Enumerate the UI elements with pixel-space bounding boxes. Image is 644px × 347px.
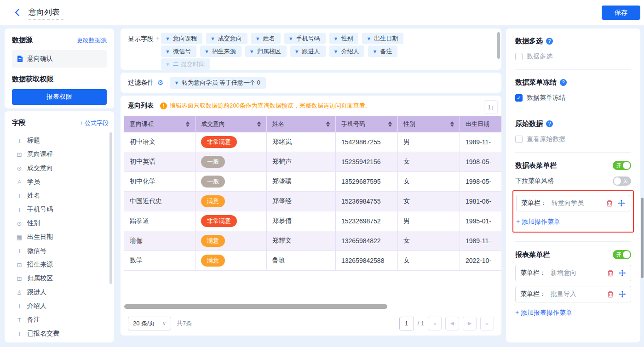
field-item[interactable]: ♙跟进人 bbox=[12, 285, 109, 299]
display-field-tag[interactable]: ▼姓名 bbox=[251, 33, 281, 44]
field-item[interactable]: I姓名 bbox=[12, 189, 109, 203]
chevron-down-icon: ∨ bbox=[162, 320, 166, 326]
raw-data-checkbox[interactable] bbox=[515, 136, 523, 143]
fields-title: 字段 bbox=[12, 119, 26, 127]
move-icon[interactable] bbox=[619, 290, 626, 298]
preview-warning: ! 编辑界面只取数据源前200条作为查询数据预览，完整数据请访问页面查看。 bbox=[160, 102, 371, 110]
trash-icon[interactable] bbox=[607, 269, 614, 277]
display-field-tag[interactable]: ▼招生来源 bbox=[200, 46, 242, 57]
display-fields-scrollbar[interactable] bbox=[497, 32, 500, 59]
person-icon: ♙ bbox=[16, 289, 23, 296]
display-field-tag[interactable]: ▼手机号码 bbox=[284, 33, 326, 44]
report-permission-button[interactable]: 报表权限 bbox=[12, 89, 107, 105]
display-field-tag-label: 手机号码 bbox=[296, 34, 320, 43]
table-row[interactable]: 跆拳道非常满意郑慕倩15232698752男1995-01- bbox=[124, 211, 501, 231]
menu-bar-item[interactable]: 菜单栏：新增意向 bbox=[515, 265, 631, 281]
report-menu-toggle[interactable]: 开 bbox=[613, 250, 631, 259]
field-item[interactable]: ▦出生日期 bbox=[12, 230, 109, 244]
fields-scrollbar[interactable] bbox=[109, 132, 112, 284]
horizontal-scrollbar-thumb[interactable] bbox=[124, 304, 387, 309]
add-field-button[interactable]: + bbox=[156, 35, 160, 42]
field-item-label: 已报名交费 bbox=[27, 330, 59, 338]
raw-data-checkbox-label: 查看原始数据 bbox=[527, 135, 565, 143]
display-field-tag[interactable]: ▼归属校区 bbox=[245, 46, 287, 57]
field-item[interactable]: T备注 bbox=[12, 313, 109, 327]
trash-icon[interactable] bbox=[606, 199, 613, 207]
help-icon[interactable]: ? bbox=[560, 79, 567, 86]
table-row[interactable]: 初中化学一般郑肇骧13529687595女1998-05- bbox=[124, 172, 501, 192]
text-icon: I bbox=[16, 206, 23, 213]
field-item[interactable]: I已报名交费 bbox=[12, 327, 109, 341]
sort-icon[interactable] bbox=[186, 121, 190, 127]
add-report-action-menu-link[interactable]: + 添加报表操作菜单 bbox=[515, 309, 572, 317]
display-field-tag[interactable]: ▼微信号 bbox=[161, 46, 196, 57]
field-item[interactable]: T标题 bbox=[12, 134, 109, 148]
menu-bar-item[interactable]: 菜单栏：转意向学员 bbox=[516, 195, 630, 211]
field-item[interactable]: ⊡招生来源 bbox=[12, 258, 109, 272]
back-icon[interactable] bbox=[13, 8, 22, 17]
formula-field-link[interactable]: + 公式字段 bbox=[80, 119, 109, 127]
field-item[interactable]: ⊡归属校区 bbox=[12, 272, 109, 285]
display-field-tag[interactable]: ▼意向课程 bbox=[161, 33, 202, 44]
table-row[interactable]: 数学满意鲁班132659842588女2022-10- bbox=[124, 251, 501, 271]
multi-select-checkbox-row[interactable]: 数据多选 bbox=[515, 52, 631, 61]
prev-page-button[interactable]: ◀ bbox=[445, 317, 459, 330]
page-number-input[interactable] bbox=[399, 317, 414, 330]
text-icon: I bbox=[16, 248, 23, 255]
field-item[interactable]: ⊙成交意向 bbox=[12, 161, 109, 175]
save-button[interactable]: 保存 bbox=[602, 6, 640, 20]
title-icon: T bbox=[16, 137, 23, 144]
sort-icon[interactable] bbox=[326, 121, 330, 127]
table-menu-toggle[interactable]: 开 bbox=[613, 161, 631, 170]
next-page-button[interactable]: ▶ bbox=[463, 317, 477, 330]
top-bar: 意向列表 保存 bbox=[0, 0, 644, 25]
table-row[interactable]: 初中语文非常满意郑绪岚15429867255男1989-11- bbox=[124, 132, 501, 152]
column-header: 性别 bbox=[398, 116, 460, 132]
field-item[interactable]: I手机号码 bbox=[12, 203, 109, 216]
help-icon[interactable]: ? bbox=[546, 38, 553, 45]
field-item[interactable]: ♙学员 bbox=[12, 175, 109, 189]
display-field-tag[interactable]: ▼成交意向 bbox=[206, 33, 247, 44]
sort-icon[interactable] bbox=[257, 121, 261, 127]
help-icon[interactable]: ? bbox=[546, 120, 553, 127]
field-item-label: 意向课程 bbox=[27, 150, 53, 159]
field-item[interactable]: ⊡意向课程 bbox=[12, 148, 109, 161]
display-field-tag[interactable]: ▼出生日期 bbox=[362, 33, 403, 44]
menu-freeze-checkbox-row[interactable]: ✓ 数据菜单冻结 bbox=[515, 94, 631, 102]
add-action-menu-link[interactable]: + 添加操作菜单 bbox=[516, 218, 560, 226]
display-field-tag[interactable]: ▼性别 bbox=[329, 33, 359, 44]
move-icon[interactable] bbox=[618, 199, 625, 207]
table-row[interactable]: 中国近代史满意郑肇经15236984755女1981-06- bbox=[124, 192, 501, 211]
move-icon[interactable] bbox=[619, 269, 626, 277]
last-page-button[interactable]: » bbox=[480, 317, 494, 330]
sort-icon[interactable] bbox=[450, 121, 454, 127]
display-field-tag[interactable]: ▼介绍人 bbox=[329, 46, 365, 57]
datasource-item[interactable]: 意向确认 bbox=[12, 50, 107, 68]
table-row[interactable]: 瑜伽满意郑耀文13265984822女1989-11- bbox=[124, 231, 501, 251]
field-item[interactable]: I介绍人 bbox=[12, 299, 109, 313]
field-item[interactable]: I微信号 bbox=[12, 244, 109, 258]
trash-icon[interactable] bbox=[607, 290, 614, 298]
display-field-tag[interactable]: ▼跟进人 bbox=[290, 46, 326, 57]
dropdown-style-toggle[interactable]: 关 bbox=[613, 176, 631, 186]
raw-data-checkbox-row[interactable]: 查看原始数据 bbox=[515, 135, 631, 143]
gear-icon[interactable]: ⚙ bbox=[157, 79, 163, 87]
menu-bar-item[interactable]: 菜单栏：批量导入 bbox=[515, 286, 631, 302]
filter-condition-tag[interactable]: ▼ 转为意向学员 等于任意一个 0 bbox=[170, 77, 265, 89]
display-field-tag[interactable]: ▼二提交时间 bbox=[161, 58, 210, 70]
display-field-tag[interactable]: ▼备注 bbox=[368, 46, 397, 57]
table-cell: 13265984822 bbox=[336, 231, 398, 250]
warning-text: 编辑界面只取数据源前200条作为查询数据预览，完整数据请访问页面查看。 bbox=[170, 102, 371, 110]
table-menu-title: 数据表菜单栏 bbox=[515, 161, 557, 170]
change-datasource-link[interactable]: 更改数据源 bbox=[77, 36, 107, 45]
multi-select-checkbox[interactable] bbox=[515, 53, 523, 60]
chevron-down-icon: ▼ bbox=[366, 36, 371, 41]
sort-icon[interactable] bbox=[388, 121, 392, 127]
field-item[interactable]: ⊙性别 bbox=[12, 216, 109, 230]
window-scrollbar-thumb[interactable] bbox=[641, 198, 644, 278]
first-page-button[interactable]: « bbox=[428, 317, 442, 330]
table-row[interactable]: 初中英语一般郑鹤声15235942156女1998-05- bbox=[124, 152, 501, 172]
page-size-select[interactable]: 20 条/页 ∨ bbox=[128, 317, 171, 330]
menu-freeze-checkbox[interactable]: ✓ bbox=[515, 94, 523, 102]
default-sort-button[interactable]: 1↓ bbox=[484, 100, 498, 114]
